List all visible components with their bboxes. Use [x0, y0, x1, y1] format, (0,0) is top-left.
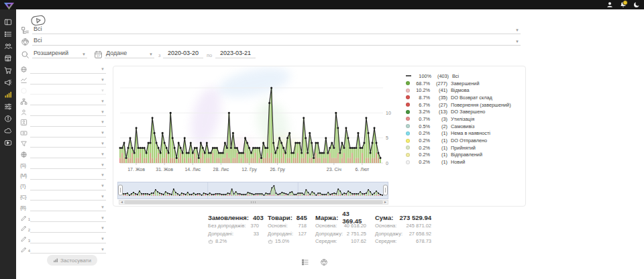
disabled-filter[interactable]: ▼ [30, 87, 106, 95]
legend-percent: 3.2% [413, 109, 430, 115]
legend-label: Повернення (завершений) [451, 102, 511, 108]
legend-count: (35) [430, 95, 447, 101]
custom-field-3-filter[interactable]: ▼ [30, 235, 106, 243]
legend-count: (1) [430, 145, 447, 151]
sidebar-item-clients[interactable] [4, 41, 12, 49]
var-b-filter-row: {B}▼ [20, 202, 106, 213]
sidebar-item-store[interactable] [4, 53, 12, 61]
scrollbar-thumb[interactable] [124, 201, 383, 204]
bell-icon[interactable] [619, 1, 627, 9]
sidebar-item-analytics[interactable] [4, 89, 12, 97]
legend-item[interactable]: 0.2%(1)Відправлений [406, 152, 523, 159]
source-filter[interactable]: ▼ [30, 66, 106, 74]
custom-field-4-filter[interactable]: ▼ [30, 245, 106, 254]
apply-button[interactable]: Застосувати [47, 255, 97, 266]
date-to-input[interactable]: 2023-03-21 [215, 48, 256, 58]
topbar [0, 0, 644, 9]
funnel-filter[interactable]: ▼ [30, 140, 106, 148]
navigator-handle[interactable] [384, 185, 388, 195]
legend-percent: 100% [414, 73, 431, 79]
legend-label: Самовивіз [451, 123, 474, 129]
stat-title: Сума: [375, 214, 393, 221]
legend-item[interactable]: 0.7%(3)Утилізація [406, 115, 523, 123]
custom-field-1-filter[interactable]: ▼ [30, 214, 106, 222]
legend-item[interactable]: 68.7%(277)Завершений [406, 80, 523, 87]
legend-label: Утилізація [451, 116, 474, 122]
svg-text:17: 17 [97, 54, 100, 58]
payment-filter[interactable]: ▼ [30, 129, 106, 137]
legend-item[interactable]: 0.2%(1)Прийнятий [406, 144, 523, 152]
legend-item[interactable]: 100%(403)Всі [406, 72, 523, 80]
stat-sub-label: Середня: [375, 238, 396, 244]
status-filter[interactable]: ▼ [30, 76, 106, 85]
legend-item[interactable]: 3.2%(13)DO Завершено [406, 108, 523, 115]
legend-percent: 0.5% [413, 123, 430, 129]
stat-sub-label: Без допродажів: [208, 223, 246, 229]
client-filter[interactable]: ▼ [30, 108, 106, 116]
stat-sub-value: 127 [298, 231, 307, 237]
var-b-filter[interactable]: ▼ [30, 203, 106, 211]
legend-dot [406, 139, 410, 143]
sidebar-item-orders[interactable] [4, 29, 12, 37]
chevron-down-icon: ▼ [101, 173, 106, 177]
custom-field-1-filter-row: 1▼ [20, 213, 106, 223]
chevron-down-icon: ▼ [101, 205, 106, 209]
calendar-icon: 17 [94, 50, 103, 58]
legend-dot [406, 117, 410, 121]
search-mode-select[interactable]: Розширений ▼ [32, 48, 87, 58]
stat-sub-value: 40 618.20 [344, 223, 366, 229]
legend-count: (403) [431, 73, 449, 79]
stat-sub-label: 8.2% [215, 238, 227, 244]
legend-item[interactable]: 0.5%(2)Самовивіз [406, 123, 523, 130]
sidebar-item-marketing[interactable] [4, 77, 12, 85]
product-view-icon[interactable] [320, 257, 328, 265]
sidebar-item-purchases[interactable] [4, 65, 12, 73]
legend-item[interactable]: 0.2%(1)Нема в наявності [406, 130, 523, 137]
moon-icon[interactable] [633, 1, 640, 9]
table-view-icon[interactable] [301, 257, 309, 265]
sidebar-item-settings[interactable] [4, 101, 12, 109]
legend-item[interactable]: 6.7%(27)Повернення (завершений) [406, 101, 523, 109]
var-c-filter-row: {C}▼ [20, 192, 106, 203]
legend-dot [406, 153, 410, 157]
legend-percent: 0.2% [413, 137, 430, 144]
stat-sub-value: 718 [298, 223, 307, 229]
var-c-filter[interactable]: ▼ [30, 192, 106, 201]
user-icon[interactable] [606, 1, 613, 9]
app-logo[interactable] [3, 1, 15, 9]
svg-text:5: 5 [386, 135, 388, 140]
sidebar-item-info[interactable] [4, 113, 12, 121]
category-filter[interactable]: ▼ [30, 97, 106, 105]
svg-text:26. Гру: 26. Гру [270, 167, 285, 172]
custom-field-2-filter[interactable]: ▼ [30, 225, 106, 233]
legend-count: (1) [430, 130, 447, 136]
sidebar-item-dashboard[interactable] [4, 17, 12, 25]
var-s-filter[interactable]: ▼ [30, 161, 106, 169]
legend-item[interactable]: 10.2%(41)Відмова [406, 87, 523, 94]
manager-filter[interactable]: ▼ [30, 119, 106, 127]
date-from-input[interactable]: 2020-03-20 [163, 48, 203, 58]
scroll-left-icon[interactable]: ◄ [119, 201, 124, 204]
stat-title: Товари: [268, 214, 292, 221]
chart-legend: 100%(403)Всі68.7%(277)Завершений10.2%(41… [406, 72, 523, 166]
navigator-handle[interactable] [119, 185, 123, 195]
var-m-filter[interactable]: ▼ [30, 172, 106, 180]
scroll-right-icon[interactable]: ► [383, 201, 388, 204]
legend-item[interactable]: 0.2%(1)Новий [406, 158, 523, 166]
date-field-select[interactable]: Додане ▼ [105, 48, 154, 58]
status-filter-select[interactable]: Всі ▼ [32, 24, 521, 34]
legend-item[interactable]: 8.7%(35)DO Возврат склад [406, 94, 523, 101]
stat-column: Замовлення:403Без допродажів:370Допродан… [208, 213, 259, 245]
sidebar-item-integrations[interactable] [4, 125, 12, 133]
legend-item[interactable]: 0.2%(1)DO Отправлено [406, 137, 523, 144]
website-filter[interactable]: ▼ [30, 150, 106, 158]
var-m-filter-icon: {M} [20, 172, 30, 179]
var-m-filter-row: {M}▼ [20, 170, 106, 181]
chart-scrollbar[interactable]: ◄ ► [119, 200, 388, 205]
var-t-filter[interactable]: ▼ [30, 182, 106, 190]
stat-sub-value: 245 871.02 [406, 223, 431, 229]
chart-navigator[interactable] [117, 182, 388, 202]
product-filter-select[interactable]: Всі ▼ [32, 36, 521, 46]
svg-text:28. Лис: 28. Лис [213, 167, 229, 172]
sidebar-item-video[interactable] [4, 137, 12, 146]
